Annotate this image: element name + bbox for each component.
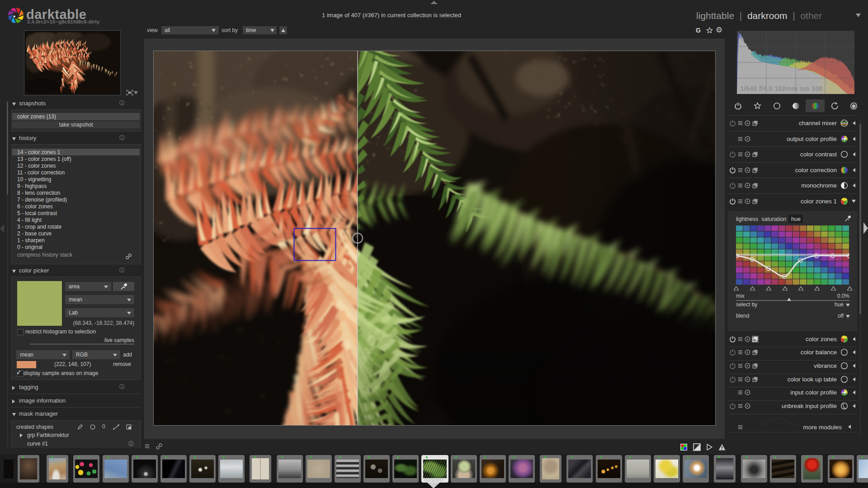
- svg-text:1/640 f/4.0 102mm iso 100: 1/640 f/4.0 102mm iso 100: [740, 84, 823, 92]
